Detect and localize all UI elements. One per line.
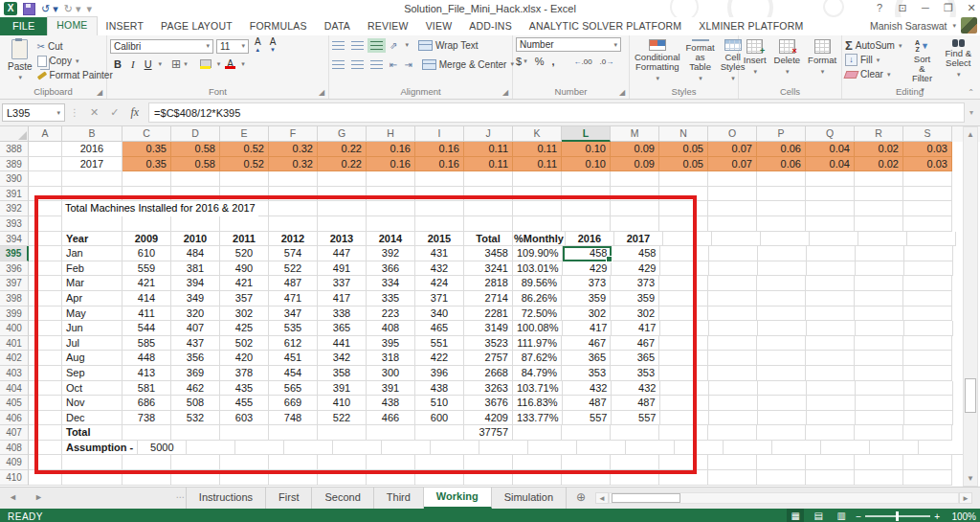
cell-C393[interactable] — [122, 216, 171, 232]
cell-D391[interactable] — [171, 187, 220, 202]
cell-M396[interactable]: 429 — [612, 261, 660, 277]
cell-P398[interactable] — [757, 291, 806, 306]
cell-H396[interactable]: 366 — [367, 261, 415, 277]
cell-L403[interactable]: 353 — [562, 366, 611, 381]
column-header-O[interactable]: O — [708, 126, 757, 142]
cell-L401[interactable]: 467 — [562, 336, 611, 352]
cell-M399[interactable]: 302 — [611, 306, 659, 322]
cell-E401[interactable]: 502 — [220, 336, 269, 352]
cell-M400[interactable]: 417 — [612, 321, 660, 336]
cell-Q399[interactable] — [806, 306, 855, 322]
cell-G405[interactable]: 410 — [318, 396, 367, 411]
cell-P391[interactable] — [757, 187, 806, 202]
zoom-in-icon[interactable]: + — [934, 511, 940, 522]
enter-formula-icon[interactable]: ✓ — [104, 106, 124, 119]
cell-H403[interactable]: 300 — [367, 366, 415, 381]
cell-L409[interactable] — [562, 455, 611, 470]
cell-K392[interactable] — [513, 201, 562, 216]
cell-Q397[interactable] — [806, 276, 855, 291]
sort-filter-button[interactable]: AZ▼Sort & Filter▾ — [907, 37, 936, 83]
cell-B408[interactable]: Assumption - — [62, 441, 138, 456]
cell-L395[interactable]: 458 — [563, 246, 612, 261]
cell-S390[interactable] — [903, 171, 952, 187]
cell-A396[interactable] — [29, 261, 62, 277]
cell-I397[interactable]: 424 — [415, 276, 464, 291]
cell-O396[interactable] — [709, 261, 758, 277]
cell-H400[interactable]: 408 — [367, 321, 415, 336]
delete-cells-button[interactable]: ×Delete▾ — [772, 37, 802, 83]
cell-H395[interactable]: 392 — [367, 246, 415, 261]
cell-N388[interactable]: 0.05 — [659, 142, 708, 157]
cell-Q404[interactable] — [807, 381, 856, 397]
cell-S410[interactable] — [903, 470, 952, 486]
cell-R392[interactable] — [855, 201, 903, 216]
cell-O397[interactable] — [708, 276, 757, 291]
row-header-396[interactable]: 396 — [0, 261, 29, 277]
cell-E397[interactable]: 421 — [220, 276, 269, 291]
cell-M398[interactable]: 359 — [611, 291, 659, 306]
cell-K406[interactable]: 133.77% — [513, 411, 563, 426]
cell-N410[interactable] — [659, 470, 708, 486]
cell-G398[interactable]: 417 — [318, 291, 367, 306]
normal-view-icon[interactable]: ▦ — [787, 509, 804, 522]
cell-O388[interactable]: 0.07 — [708, 142, 757, 157]
cell-M397[interactable]: 373 — [611, 276, 659, 291]
column-header-E[interactable]: E — [220, 126, 269, 142]
cell-D405[interactable]: 508 — [171, 396, 220, 411]
cell-A391[interactable] — [29, 187, 62, 202]
cell-C410[interactable] — [122, 470, 171, 486]
row-header-409[interactable]: 409 — [0, 455, 29, 470]
cell-O393[interactable] — [708, 216, 757, 232]
cell-S407[interactable] — [903, 425, 952, 441]
cell-G392[interactable] — [318, 201, 367, 216]
cell-P388[interactable]: 0.06 — [757, 142, 806, 157]
cell-C403[interactable]: 413 — [122, 366, 171, 381]
sheet-tab-instructions[interactable]: Instructions — [186, 488, 266, 509]
format-cells-button[interactable]: Format▾ — [806, 37, 838, 83]
vertical-scroll-thumb[interactable] — [965, 378, 976, 413]
cell-L392[interactable] — [562, 201, 611, 216]
cell-S388[interactable]: 0.03 — [903, 142, 952, 157]
cell-G390[interactable] — [318, 171, 367, 187]
cell-Q388[interactable]: 0.04 — [806, 142, 855, 157]
cell-O401[interactable] — [708, 336, 757, 352]
row-header-390[interactable]: 390 — [0, 171, 29, 187]
column-header-B[interactable]: B — [62, 126, 122, 142]
row-header-402[interactable]: 402 — [0, 351, 29, 366]
wrap-text-button[interactable]: Wrap Text — [418, 39, 479, 52]
cell-L402[interactable]: 365 — [562, 351, 611, 366]
cell-P396[interactable] — [758, 261, 807, 277]
cell-A403[interactable] — [29, 366, 62, 381]
cell-O389[interactable]: 0.07 — [708, 157, 757, 172]
fill-color-icon[interactable] — [197, 59, 214, 69]
cell-K409[interactable] — [513, 455, 562, 470]
name-box-dropdown-icon[interactable]: ▾ — [56, 109, 60, 117]
cell-P402[interactable] — [757, 351, 806, 366]
cell-G394[interactable]: 2013 — [318, 232, 367, 247]
cell-J400[interactable]: 3149 — [464, 321, 513, 336]
row-header-406[interactable]: 406 — [0, 411, 29, 426]
cell-E409[interactable] — [220, 455, 269, 470]
cell-K395[interactable]: 109.90% — [513, 246, 563, 261]
cell-M406[interactable]: 557 — [612, 411, 660, 426]
cell-R406[interactable] — [856, 411, 904, 426]
cell-C390[interactable] — [122, 171, 171, 187]
cell-H402[interactable]: 318 — [367, 351, 415, 366]
cell-N401[interactable] — [659, 336, 708, 352]
cell-D404[interactable]: 462 — [171, 381, 220, 397]
cell-D401[interactable]: 437 — [171, 336, 220, 352]
cell-A402[interactable] — [29, 351, 62, 366]
cell-L399[interactable]: 302 — [562, 306, 611, 322]
tab-review[interactable]: REVIEW — [359, 17, 417, 35]
cell-J404[interactable]: 3263 — [464, 381, 513, 397]
cell-Q393[interactable] — [806, 216, 855, 232]
cell-M409[interactable] — [611, 455, 659, 470]
cell-D395[interactable]: 484 — [171, 246, 220, 261]
insert-cells-button[interactable]: +Insert▾ — [742, 37, 768, 83]
name-box[interactable]: L395▾ — [2, 103, 65, 122]
cell-F393[interactable] — [269, 216, 318, 232]
cell-B393[interactable] — [62, 216, 122, 232]
cell-G393[interactable] — [318, 216, 367, 232]
cell-R395[interactable] — [856, 246, 904, 261]
cell-N391[interactable] — [659, 187, 708, 202]
